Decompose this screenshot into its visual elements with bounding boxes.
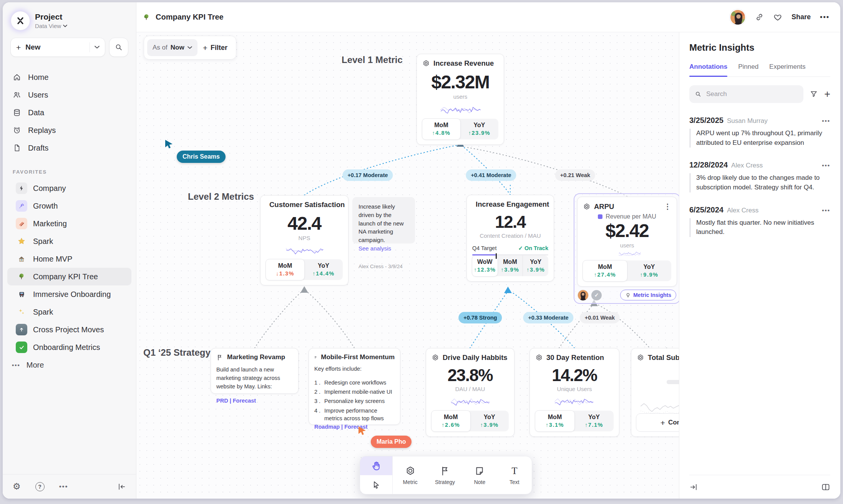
avatar[interactable] bbox=[730, 9, 746, 25]
share-button[interactable]: Share bbox=[792, 13, 811, 21]
project-switcher[interactable]: Project Data View bbox=[3, 2, 136, 34]
favorite-marketing[interactable]: Marketing bbox=[7, 215, 131, 232]
connect-data-button[interactable]: + Connec bbox=[636, 413, 679, 432]
stat-chip-mom[interactable]: MoM↑3.1% bbox=[535, 410, 575, 432]
sidebar-item-drafts[interactable]: Drafts bbox=[3, 139, 136, 157]
metric-tool-button[interactable]: Metric bbox=[393, 456, 427, 494]
text-tool-button[interactable]: T Text bbox=[497, 456, 532, 494]
strategy-card-marketing-revamp[interactable]: Marketing Revamp Build and launch a new … bbox=[211, 348, 299, 394]
metric-card-arpu-selection[interactable]: ARPU⋮ Revenue per MAU $2.42 users MoM↑27… bbox=[574, 193, 679, 304]
metric-card-total-subscriptions[interactable]: Total Subscript + Connec bbox=[631, 348, 679, 437]
stat-chip-mom[interactable]: MoM↓1.3% bbox=[266, 259, 305, 280]
metric-title: Increase Engagement bbox=[476, 200, 549, 209]
strategy-tool-button[interactable]: Strategy bbox=[428, 456, 462, 494]
annotation-item[interactable]: 6/25/2024 Alex Cress ••• Mostly flat thi… bbox=[689, 206, 830, 237]
annotation-more-icon[interactable]: ••• bbox=[822, 118, 830, 124]
annotation-author: Alex Cress bbox=[731, 162, 763, 169]
favorite-heart-icon[interactable] bbox=[773, 13, 782, 22]
stat-chip-yoy[interactable]: YoY↑14.4% bbox=[304, 259, 343, 280]
metric-card-increase-revenue[interactable]: Increase Revenue $2.32M users MoM↑4.8% Y… bbox=[417, 54, 504, 145]
metric-insights-button[interactable]: Metric Insights bbox=[620, 290, 676, 300]
filter-funnel-icon[interactable] bbox=[810, 90, 818, 98]
filter-button[interactable]: + Filter bbox=[203, 44, 233, 52]
tab-pinned[interactable]: Pinned bbox=[738, 63, 758, 76]
stat-chip-yoy[interactable]: YoY↑3.9% bbox=[523, 255, 548, 276]
search-input[interactable] bbox=[705, 90, 798, 98]
favorite-cross-project-moves[interactable]: Cross Project Moves bbox=[7, 321, 131, 338]
annotation-more-icon[interactable]: ••• bbox=[822, 207, 830, 214]
sparkline bbox=[267, 245, 343, 256]
check-box-icon bbox=[16, 342, 27, 353]
note-see-analysis-link[interactable]: See analysis bbox=[358, 244, 409, 253]
home-icon bbox=[13, 73, 21, 81]
nav-label: Data bbox=[28, 108, 44, 117]
sparkles-icon bbox=[16, 306, 27, 318]
collapse-panel-icon[interactable] bbox=[689, 483, 698, 491]
metric-hexagon-icon bbox=[431, 354, 439, 361]
new-button[interactable]: + New bbox=[10, 38, 105, 57]
stat-chip-yoy[interactable]: YoY↑7.1% bbox=[574, 411, 614, 431]
gear-icon[interactable]: ⚙ bbox=[13, 482, 21, 491]
favorite-immersive-onboarding[interactable]: Immersive Onboarding bbox=[7, 285, 131, 303]
favorite-home-mvp[interactable]: Home MVP bbox=[7, 250, 131, 268]
stat-chip-yoy[interactable]: YoY↑9.9% bbox=[627, 260, 671, 281]
stat-chip-mom[interactable]: MoM↑3.9% bbox=[498, 255, 523, 276]
collapse-sidebar-icon[interactable] bbox=[118, 482, 126, 491]
stat-chip-wow[interactable]: WoW↑12.3% bbox=[472, 255, 498, 277]
favorite-company-kpi-tree[interactable]: Company KPI Tree bbox=[7, 268, 131, 285]
sidebar-item-replays[interactable]: Replays bbox=[3, 121, 136, 139]
metric-card-30-day-retention[interactable]: 30 Day Retention 14.2% Unique Users MoM↑… bbox=[529, 348, 619, 437]
tab-experiments[interactable]: Experiments bbox=[769, 63, 805, 76]
help-icon[interactable]: ? bbox=[35, 482, 45, 491]
arrow-up-box-icon bbox=[16, 324, 27, 335]
as-of-dropdown[interactable]: As of Now bbox=[147, 39, 197, 56]
kpi-tree-canvas[interactable]: As of Now + Filter Level 1 Metric Level … bbox=[136, 32, 679, 499]
strategy-links[interactable]: PRD | Forecast bbox=[216, 398, 293, 404]
annotation-note[interactable]: Increase likely driven by the launch of … bbox=[352, 197, 415, 244]
annotation-search[interactable] bbox=[689, 85, 803, 103]
footer-more-icon[interactable]: ••• bbox=[59, 483, 68, 491]
tab-annotations[interactable]: Annotations bbox=[689, 63, 727, 76]
sidebar-item-data[interactable]: Data bbox=[3, 104, 136, 121]
metric-hexagon-icon bbox=[405, 466, 416, 476]
stat-chip-mom[interactable]: MoM↑2.6% bbox=[431, 410, 471, 432]
text-icon: T bbox=[509, 466, 520, 476]
stat-chip-yoy[interactable]: YoY↑23.9% bbox=[460, 119, 498, 139]
collaborator-avatar[interactable] bbox=[578, 290, 588, 300]
metric-unit: users bbox=[422, 93, 498, 100]
favorite-company[interactable]: Company bbox=[7, 179, 131, 197]
favorite-growth[interactable]: Growth bbox=[7, 197, 131, 215]
strategy-card-mobile-first-momentum[interactable]: Mobile-First Momentum Key efforts includ… bbox=[309, 348, 400, 425]
tool-label: Strategy bbox=[435, 479, 455, 485]
stat-chip-mom[interactable]: MoM↑27.4% bbox=[582, 260, 627, 282]
sidebar-search-button[interactable] bbox=[109, 38, 128, 57]
select-tool-button[interactable] bbox=[360, 475, 392, 494]
edge-label: +0.01 Weak bbox=[580, 312, 620, 323]
copy-link-icon[interactable] bbox=[755, 13, 764, 22]
favorite-spark-2[interactable]: Spark bbox=[7, 303, 131, 321]
metric-card-increase-engagement[interactable]: Increase Engagement 12.4 Content Creatio… bbox=[466, 195, 554, 282]
favorite-onboarding-metrics[interactable]: Onboarding Metrics bbox=[7, 338, 131, 356]
metric-card-drive-daily-habbits[interactable]: Drive Daily Habbits 23.8% DAU / MAU MoM↑… bbox=[426, 348, 514, 437]
svg-text:T: T bbox=[511, 466, 517, 476]
note-tool-button[interactable]: Note bbox=[462, 456, 497, 494]
stat-chip-mom[interactable]: MoM↑4.8% bbox=[422, 118, 461, 140]
split-view-icon[interactable] bbox=[821, 482, 830, 492]
sidebar-item-users[interactable]: Users bbox=[3, 86, 136, 104]
topbar-more-icon[interactable]: ••• bbox=[820, 13, 830, 21]
plus-icon: + bbox=[660, 419, 665, 427]
favorite-spark[interactable]: Spark bbox=[7, 232, 131, 250]
sidebar-more-button[interactable]: ••• More bbox=[3, 356, 136, 374]
chevron-down-icon[interactable] bbox=[95, 46, 100, 49]
annotation-item[interactable]: 3/25/2025 Susan Murray ••• ARPU went up … bbox=[689, 116, 830, 148]
filter-label: Filter bbox=[211, 44, 227, 52]
kebab-menu-icon[interactable]: ⋮ bbox=[664, 202, 671, 211]
annotation-more-icon[interactable]: ••• bbox=[822, 162, 830, 169]
metric-card-customer-satisfaction[interactable]: Customer Satisfaction 42.4 NPS MoM↓1.3% … bbox=[260, 195, 348, 285]
hand-tool-button[interactable] bbox=[360, 456, 392, 475]
annotation-item[interactable]: 12/28/2024 Alex Cress ••• 3% drop likely… bbox=[689, 161, 830, 192]
stat-chip-yoy[interactable]: YoY↑3.9% bbox=[470, 411, 509, 431]
sidebar-item-home[interactable]: Home bbox=[3, 68, 136, 86]
add-annotation-icon[interactable]: + bbox=[824, 89, 830, 99]
metric-card-arpu[interactable]: ARPU⋮ Revenue per MAU $2.42 users MoM↑27… bbox=[577, 197, 677, 287]
